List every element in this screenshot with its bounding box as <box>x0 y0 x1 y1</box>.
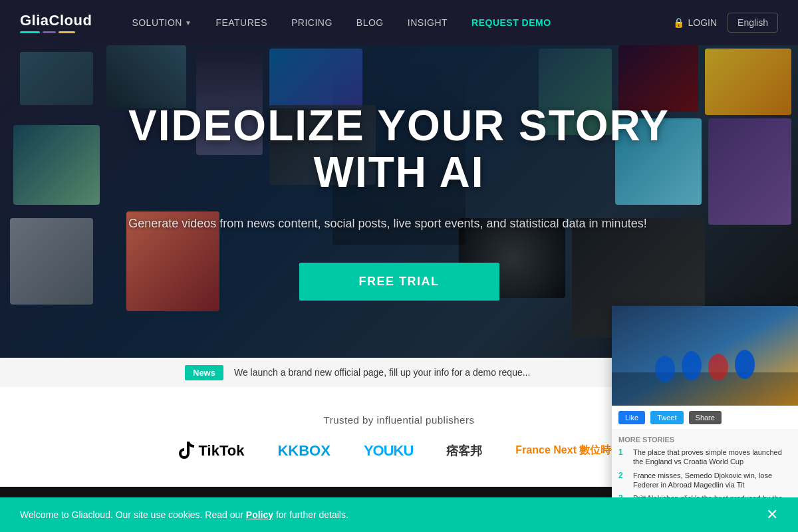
logo-text: GliaCloud <box>20 12 92 29</box>
logo-bar-gold <box>59 31 75 33</box>
publisher-logos: TikTok KKBOX YOUKU 痞客邦 France Next 數位時代 <box>176 442 622 460</box>
hero-title: VIDEOLIZE YOUR STORY WITH AI <box>128 102 670 196</box>
bg-tile-3 <box>13 125 100 205</box>
more-story-text-1: The place that proves simple moves launc… <box>633 448 791 467</box>
svg-rect-1 <box>612 372 798 406</box>
lock-icon: 🔒 <box>673 17 684 28</box>
bg-tile-1 <box>20 52 93 105</box>
hero-subtitle: Generate videos from news content, socia… <box>128 214 647 233</box>
nav-links: SOLUTION ▼ FEATURES PRICING BLOG INSIGHT… <box>132 17 672 28</box>
navbar: GliaCloud SOLUTION ▼ FEATURES PRICING BL… <box>0 0 798 45</box>
publisher-kkbox[interactable]: KKBOX <box>277 442 330 460</box>
more-story-2: 2 France misses, Semedo Djokovic win, lo… <box>618 471 791 490</box>
nav-blog[interactable]: BLOG <box>356 17 384 28</box>
nav-insight[interactable]: INSIGHT <box>408 17 448 28</box>
tiktok-icon <box>176 442 195 460</box>
article-like-button[interactable]: Like <box>618 411 645 424</box>
language-selector[interactable]: English <box>728 13 778 33</box>
nav-features[interactable]: FEATURES <box>215 17 267 28</box>
publisher-tiktok[interactable]: TikTok <box>176 442 245 460</box>
news-link[interactable]: We launch a brand new official page, fil… <box>234 367 530 378</box>
nav-request-demo[interactable]: REQUEST DEMO <box>471 17 551 28</box>
bg-tile-14 <box>705 49 791 115</box>
logo[interactable]: GliaCloud <box>20 12 92 33</box>
article-image: France win World Cup 2018 final in breat… <box>612 306 798 406</box>
nav-right: 🔒 LOGIN English <box>673 13 779 33</box>
logo-bar-purple <box>43 31 56 33</box>
nav-solution[interactable]: SOLUTION ▼ <box>132 17 192 28</box>
bg-tile-10 <box>708 118 791 225</box>
hero-content: VIDEOLIZE YOUR STORY WITH AI Generate vi… <box>128 102 670 301</box>
cookie-text: Welcome to Gliacloud. Our site use cooki… <box>20 509 766 520</box>
cookie-close-button[interactable]: ✕ <box>766 506 778 523</box>
article-actions: Like Tweet Share <box>612 406 798 430</box>
more-story-1: 1 The place that proves simple moves lau… <box>618 448 791 467</box>
bg-tile-4 <box>10 218 93 305</box>
chevron-down-icon: ▼ <box>185 19 192 27</box>
publisher-pikike[interactable]: 痞客邦 <box>446 443 482 459</box>
svg-point-4 <box>708 354 728 380</box>
login-button[interactable]: 🔒 LOGIN <box>673 17 718 28</box>
svg-point-3 <box>682 351 702 380</box>
cookie-banner: Welcome to Gliacloud. Our site use cooki… <box>0 497 798 532</box>
publisher-youku[interactable]: YOUKU <box>364 442 413 460</box>
more-stories-title: MORE STORIES <box>618 436 791 444</box>
trusted-title: Trusted by influential publishers <box>324 414 475 426</box>
logo-bar-teal <box>20 31 40 33</box>
more-story-num-1: 1 <box>618 448 628 457</box>
cookie-policy-link[interactable]: Policy <box>246 509 273 520</box>
news-text: We launch a brand new official page, fil… <box>234 367 530 378</box>
logo-underline <box>20 31 92 33</box>
more-story-num-2: 2 <box>618 471 628 480</box>
nav-pricing[interactable]: PRICING <box>291 17 332 28</box>
article-share-button[interactable]: Share <box>689 411 722 424</box>
news-badge: News <box>185 365 223 380</box>
publisher-fnext[interactable]: France Next 數位時代 <box>515 444 622 458</box>
svg-point-5 <box>735 350 755 379</box>
svg-point-2 <box>655 356 675 382</box>
article-image-svg <box>612 306 798 406</box>
free-trial-button[interactable]: FREE TRIAL <box>299 263 499 301</box>
article-tweet-button[interactable]: Tweet <box>650 411 683 424</box>
bg-tile-2 <box>106 45 186 108</box>
more-story-text-2: France misses, Semedo Djokovic win, lose… <box>633 471 791 490</box>
